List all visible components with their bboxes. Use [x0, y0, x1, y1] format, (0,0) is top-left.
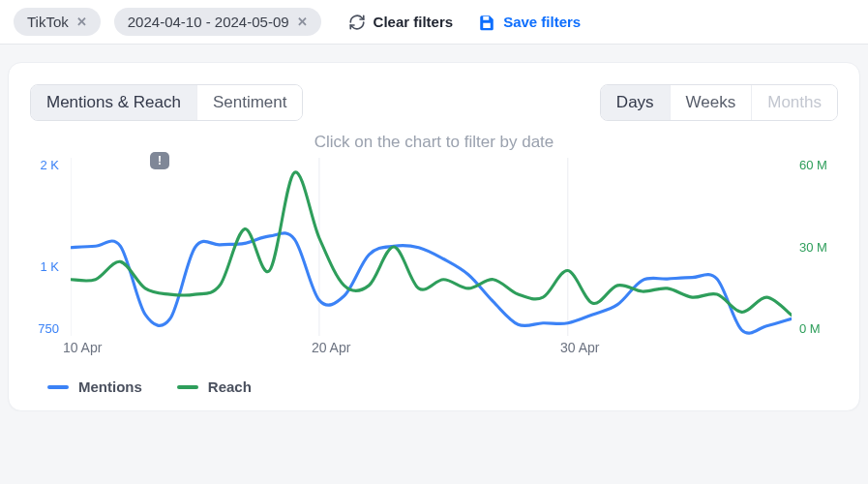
save-icon [478, 14, 495, 31]
x-tick: 10 Apr [63, 340, 102, 355]
swatch-icon [177, 385, 198, 389]
filter-bar: TikTok ✕ 2024-04-10 - 2024-05-09 ✕ Clear… [0, 0, 868, 45]
tab-weeks[interactable]: Weeks [670, 85, 752, 120]
svg-rect-0 [483, 22, 491, 27]
chart-hint: Click on the chart to filter by date [30, 133, 838, 152]
svg-rect-1 [483, 16, 489, 20]
legend-reach[interactable]: Reach [177, 378, 252, 395]
alert-icon[interactable]: ! [150, 152, 169, 169]
y-tick: 30 M [799, 240, 838, 255]
metric-tabs: Mentions & Reach Sentiment [30, 84, 303, 121]
x-axis: 10 Apr 20 Apr 30 Apr [71, 340, 792, 361]
y-tick: 0 M [799, 321, 838, 336]
x-tick: 20 Apr [312, 340, 350, 355]
tab-mentions-reach[interactable]: Mentions & Reach [31, 85, 196, 120]
close-icon[interactable]: ✕ [76, 15, 87, 29]
y-axis-right: 60 M 30 M 0 M [799, 158, 838, 336]
save-filters-label: Save filters [503, 14, 581, 30]
clear-filters-label: Clear filters [374, 14, 454, 30]
card-header: Mentions & Reach Sentiment Days Weeks Mo… [30, 84, 838, 121]
filter-chip-daterange[interactable]: 2024-04-10 - 2024-05-09 ✕ [114, 8, 321, 36]
tab-sentiment[interactable]: Sentiment [196, 85, 303, 120]
y-axis-left: 2 K 1 K 750 [30, 158, 59, 336]
swatch-icon [47, 385, 69, 389]
y-tick: 2 K [30, 158, 59, 172]
tab-months[interactable]: Months [751, 85, 837, 120]
chip-label: TikTok [27, 14, 69, 30]
close-icon[interactable]: ✕ [297, 15, 308, 29]
legend-label: Mentions [78, 378, 142, 395]
y-tick: 60 M [799, 158, 838, 172]
chart-card: Mentions & Reach Sentiment Days Weeks Mo… [8, 62, 860, 411]
legend-mentions[interactable]: Mentions [47, 378, 142, 395]
tab-days[interactable]: Days [601, 85, 670, 120]
filter-chip-source[interactable]: TikTok ✕ [14, 8, 101, 36]
clear-filters-button[interactable]: Clear filters [343, 10, 460, 35]
chart-legend: Mentions Reach [30, 361, 838, 395]
refresh-icon [348, 14, 366, 31]
chart-area[interactable]: 2 K 1 K 750 60 M 30 M 0 M ! 10 Apr 20 Ap… [30, 158, 838, 361]
x-tick: 30 Apr [560, 340, 599, 355]
y-tick: 750 [30, 321, 59, 336]
chart-plot[interactable]: ! [71, 158, 792, 336]
y-tick: 1 K [30, 259, 59, 274]
chip-label: 2024-04-10 - 2024-05-09 [128, 14, 289, 30]
legend-label: Reach [208, 378, 252, 395]
granularity-tabs: Days Weeks Months [600, 84, 838, 121]
save-filters-button[interactable]: Save filters [472, 10, 586, 35]
